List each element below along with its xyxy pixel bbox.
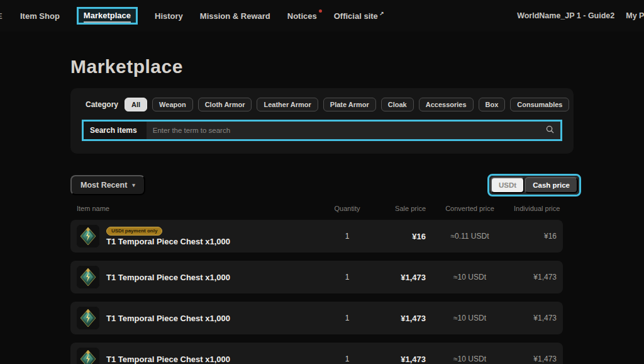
usdt-payment-only-badge: USDt payment only — [106, 227, 162, 236]
converted-price-value: ≈10 USDt — [426, 314, 514, 322]
search-icon — [545, 125, 555, 136]
logo-fragment: E — [0, 11, 3, 21]
table-row[interactable]: T1 Temporal Piece Chest x1,000 1 ¥1,473 … — [70, 261, 563, 293]
individual-price-value: ¥1,473 — [514, 273, 557, 282]
quantity-value: 1 — [319, 314, 375, 322]
sort-dropdown[interactable]: Most Recent ▾ — [70, 175, 145, 195]
controls-row: Most Recent ▾ USDt Cash price — [70, 174, 574, 195]
price-toggle-option[interactable]: Cash price — [525, 177, 578, 193]
nav-item[interactable]: Marketplace↗ — [77, 7, 138, 25]
main-content: Marketplace Category All Weapon Cloth Ar… — [70, 53, 574, 364]
nav-item-label: History — [155, 11, 183, 21]
category-chip[interactable]: Leather Armor — [257, 98, 318, 111]
sale-price-value: ¥1,473 — [375, 273, 426, 282]
table-row[interactable]: T1 Temporal Piece Chest x1,000 1 ¥1,473 … — [70, 302, 563, 334]
category-row: Category All Weapon Cloth Armor Leather … — [82, 98, 562, 111]
sale-price-value: ¥16 — [375, 232, 426, 241]
notification-dot-icon — [319, 9, 322, 13]
search-input[interactable] — [147, 127, 539, 134]
nav-item-label: Official site — [334, 11, 378, 21]
item-name-stack: T1 Temporal Piece Chest x1,000 — [106, 355, 230, 364]
world-name: WorldName_JP 1 - Guide2 — [517, 11, 614, 20]
individual-price-value: ¥1,473 — [514, 314, 557, 322]
item-name: T1 Temporal Piece Chest x1,000 — [106, 273, 230, 282]
price-toggle: USDt Cash price — [489, 176, 579, 195]
quantity-value: 1 — [319, 273, 375, 282]
external-link-icon: ↗ — [379, 11, 384, 17]
nav-right: WorldName_JP 1 - Guide2 My Page — [517, 0, 644, 31]
temporal-piece-chest-icon — [77, 225, 99, 247]
converted-price-value: ≈0.11 USDt — [426, 232, 514, 241]
quantity-value: 1 — [319, 355, 375, 363]
nav-item[interactable]: Item Shop↗ — [20, 11, 60, 21]
item-name-stack: T1 Temporal Piece Chest x1,000 — [106, 273, 230, 282]
category-label: Category — [86, 100, 118, 109]
temporal-piece-chest-icon — [77, 307, 99, 329]
nav-item-label: Notices — [287, 11, 317, 21]
converted-price-value: ≈10 USDt — [426, 273, 514, 282]
nav-item-label: Item Shop — [20, 11, 60, 21]
item-name-stack: T1 Temporal Piece Chest x1,000 — [106, 314, 230, 323]
sort-label: Most Recent — [80, 181, 127, 190]
search-input-wrap — [147, 122, 560, 139]
category-chip[interactable]: Cloak — [381, 98, 414, 111]
nav-item[interactable]: Official site↗ — [334, 11, 384, 21]
page-title: Marketplace — [70, 53, 574, 81]
listings-table: Item name Quantity Sale price Converted … — [70, 203, 563, 364]
quantity-value: 1 — [319, 232, 375, 241]
column-header-converted-price: Converted price — [426, 205, 514, 212]
search-button[interactable] — [539, 125, 560, 136]
table-row[interactable]: USDt payment only T1 Temporal Piece Ches… — [70, 220, 563, 253]
nav-items: Item Shop↗ Marketplace↗ History↗ Mission… — [20, 7, 384, 25]
nav-item[interactable]: Notices↗ — [287, 11, 317, 21]
column-header-sale-price: Sale price — [375, 205, 426, 212]
chevron-down-icon: ▾ — [132, 182, 135, 188]
price-toggle-highlight: USDt Cash price — [487, 174, 581, 196]
column-header-quantity: Quantity — [319, 205, 375, 212]
table-row[interactable]: T1 Temporal Piece Chest x1,000 1 ¥1,473 … — [70, 343, 563, 364]
category-chip[interactable]: Box — [479, 98, 506, 111]
item-name: T1 Temporal Piece Chest x1,000 — [106, 355, 230, 364]
top-nav-bar: E Item Shop↗ Marketplace↗ History↗ Missi… — [0, 0, 644, 31]
item-name-cell: T1 Temporal Piece Chest x1,000 — [77, 307, 319, 329]
search-label: Search items — [84, 122, 147, 139]
temporal-piece-chest-icon — [77, 266, 99, 288]
column-header-item-name: Item name — [77, 205, 319, 212]
temporal-piece-chest-icon — [77, 348, 99, 364]
individual-price-value: ¥16 — [514, 232, 557, 241]
category-chip[interactable]: All — [125, 98, 147, 111]
sale-price-value: ¥1,473 — [375, 314, 426, 323]
search-bar-highlight: Search items — [82, 120, 562, 141]
category-chips: All Weapon Cloth Armor Leather Armor Pla… — [125, 98, 569, 111]
category-chip[interactable]: Accessories — [419, 98, 474, 111]
category-chip[interactable]: Plate Armor — [323, 98, 376, 111]
table-rows: USDt payment only T1 Temporal Piece Ches… — [70, 220, 563, 364]
item-name-cell: T1 Temporal Piece Chest x1,000 — [77, 266, 319, 288]
nav-item-label: Marketplace — [84, 11, 131, 23]
column-header-individual-price: Individual price — [514, 205, 557, 212]
category-chip[interactable]: Cloth Armor — [198, 98, 252, 111]
nav-item-label: Mission & Reward — [200, 11, 270, 21]
nav-item[interactable]: Mission & Reward↗ — [200, 11, 270, 21]
sale-price-value: ¥1,473 — [375, 355, 426, 364]
table-header: Item name Quantity Sale price Converted … — [70, 203, 563, 213]
item-name-cell: USDt payment only T1 Temporal Piece Ches… — [77, 225, 319, 247]
item-name-stack: USDt payment only T1 Temporal Piece Ches… — [106, 227, 230, 246]
filter-panel: Category All Weapon Cloth Armor Leather … — [70, 88, 574, 154]
converted-price-value: ≈10 USDt — [426, 355, 514, 363]
my-page-link[interactable]: My Page — [626, 11, 644, 20]
category-chip[interactable]: Weapon — [152, 98, 193, 111]
category-chip[interactable]: Consumables — [510, 98, 569, 111]
individual-price-value: ¥1,473 — [514, 355, 557, 363]
nav-item[interactable]: History↗ — [155, 11, 183, 21]
item-name-cell: T1 Temporal Piece Chest x1,000 — [77, 348, 319, 364]
item-name: T1 Temporal Piece Chest x1,000 — [106, 314, 230, 323]
price-toggle-option[interactable]: USDt — [491, 177, 525, 193]
item-name: T1 Temporal Piece Chest x1,000 — [106, 237, 230, 246]
